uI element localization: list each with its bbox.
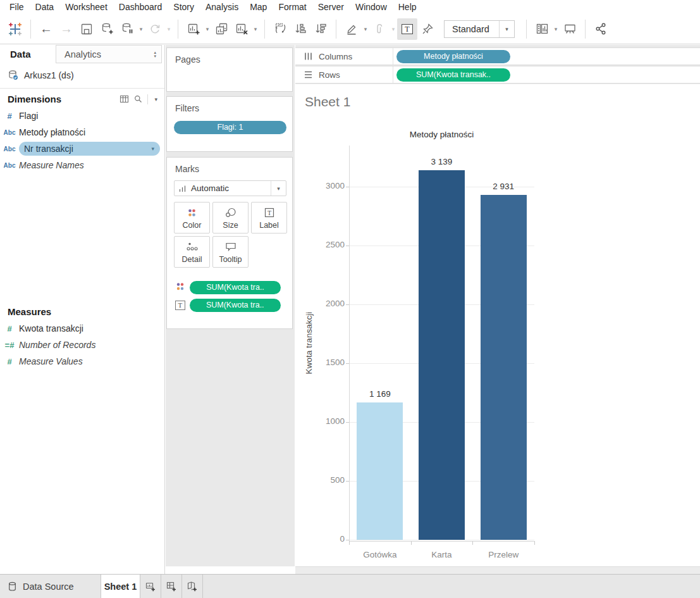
new-datasource-button[interactable] [97, 18, 117, 40]
menu-window[interactable]: Window [350, 2, 393, 12]
dimensions-menu-caret[interactable]: ▾ [152, 96, 159, 103]
new-worksheet-button[interactable] [183, 18, 204, 40]
presentation-mode-button[interactable] [560, 18, 580, 40]
clear-sheet-caret[interactable]: ▾ [252, 26, 259, 32]
marks-pill[interactable]: SUM(Kwota tra.. [190, 299, 281, 312]
refresh-icon [149, 23, 161, 35]
datasource-item[interactable]: Arkusz1 (ds) [0, 64, 164, 85]
fit-dropdown-caret[interactable]: ▾ [499, 21, 514, 37]
mark-button-label: Detail [182, 255, 202, 264]
menu-data[interactable]: Data [30, 2, 60, 12]
field-caret-icon[interactable]: ▾ [151, 146, 154, 152]
bar-przelew[interactable] [481, 195, 527, 540]
refresh-button[interactable] [145, 18, 165, 40]
field-nr-transakcji[interactable]: AbcNr transakcji▾ [0, 140, 164, 157]
show-me-button[interactable] [532, 18, 552, 40]
menu-help[interactable]: Help [393, 2, 422, 12]
menu-dashboard[interactable]: Dashboard [113, 2, 168, 12]
duplicate-sheet-button[interactable] [211, 18, 231, 40]
dimensions-header: Dimensions ▾ [0, 89, 164, 108]
menu-server[interactable]: Server [312, 2, 350, 12]
x-tick-mark [349, 541, 350, 545]
field-metody-płatności[interactable]: AbcMetody płatności [0, 124, 164, 140]
show-mark-labels-button[interactable]: T [397, 18, 417, 40]
redo-button[interactable]: → [56, 18, 77, 40]
tab-data-source[interactable]: Data Source [0, 575, 101, 598]
mark-type-dropdown[interactable]: Automatic ▾ [174, 180, 286, 196]
pause-updates-caret[interactable]: ▾ [137, 26, 145, 32]
marks-pill[interactable]: SUM(Kwota tra.. [190, 281, 281, 294]
field-label: Nr transakcji [24, 144, 73, 154]
tab-data[interactable]: Data [0, 45, 56, 64]
tableau-logo-icon[interactable] [5, 18, 25, 40]
swap-rows-columns-button[interactable] [270, 18, 290, 40]
group-paperclip-icon [373, 23, 386, 35]
field-flagi[interactable]: #Flagi [0, 108, 164, 124]
group-caret[interactable]: ▾ [390, 26, 397, 32]
tab-sheet1[interactable]: Sheet 1 [101, 575, 140, 598]
mark-type-value: Automatic [191, 184, 271, 193]
group-button[interactable] [369, 18, 390, 40]
selected-field-pill[interactable]: Nr transakcji▾ [19, 142, 160, 156]
new-worksheet-caret[interactable]: ▾ [204, 26, 211, 32]
refresh-caret[interactable]: ▾ [165, 26, 173, 32]
view-data-grid-icon[interactable] [120, 94, 129, 104]
columns-shelf[interactable]: Columns Metody płatności [295, 47, 700, 65]
marks-card[interactable]: Marks Automatic ▾ ColorSizeTLabelDetailT… [166, 157, 293, 329]
menu-analysis[interactable]: Analysis [200, 2, 244, 12]
y-tick-label: 2500 [308, 240, 345, 249]
mark-type-caret[interactable]: ▾ [271, 181, 286, 196]
new-dashboard-tab-button[interactable] [161, 575, 182, 598]
sort-descending-button[interactable] [310, 18, 331, 40]
field-measure-names[interactable]: AbcMeasure Names [0, 157, 164, 173]
highlight-button[interactable] [341, 18, 362, 40]
filters-card-title: Filters [167, 97, 292, 113]
pane-collapse-icon[interactable]: ▴▾ [154, 51, 156, 58]
size-button[interactable]: Size [212, 202, 249, 234]
fit-dropdown[interactable]: Standard ▾ [444, 20, 515, 38]
tab-analytics[interactable]: Analytics ▴▾ [56, 45, 162, 63]
tooltip-button[interactable]: Tooltip [212, 236, 249, 268]
number-field-icon: # [0, 111, 19, 121]
bar-value-label: 3 139 [411, 157, 472, 166]
menu-story[interactable]: Story [168, 2, 200, 12]
field-label: Flagi [19, 111, 38, 121]
sort-ascending-button[interactable] [290, 18, 310, 40]
share-button[interactable] [591, 18, 611, 40]
pause-updates-button[interactable] [117, 18, 137, 40]
horizontal-scrollbar[interactable] [295, 566, 700, 574]
bar-karta[interactable] [419, 170, 465, 540]
label-button[interactable]: TLabel [251, 202, 287, 234]
new-worksheet-tab-button[interactable] [140, 575, 161, 598]
tab-analytics-label: Analytics [64, 49, 101, 59]
save-button[interactable] [77, 18, 97, 40]
menu-map[interactable]: Map [244, 2, 273, 12]
columns-pill[interactable]: Metody płatności [396, 50, 510, 63]
detail-button[interactable]: Detail [174, 236, 210, 268]
filters-card[interactable]: Filters Flagi: 1 [166, 96, 293, 152]
find-field-icon[interactable] [133, 94, 143, 104]
menu-format[interactable]: Format [273, 2, 312, 12]
field-kwota-transakcji[interactable]: #Kwota transakcji [0, 320, 164, 337]
show-me-caret[interactable]: ▾ [552, 26, 560, 32]
new-story-tab-button[interactable] [182, 575, 203, 598]
bar-gotówka[interactable] [357, 402, 403, 540]
rows-pill[interactable]: SUM(Kwota transak.. [396, 68, 510, 82]
field-measure-values[interactable]: #Measure Values [0, 353, 164, 370]
undo-button[interactable]: ← [36, 18, 56, 40]
pages-card[interactable]: Pages [166, 47, 293, 92]
fix-axes-button[interactable] [417, 18, 438, 40]
toolbar-separator [585, 20, 586, 39]
color-button[interactable]: Color [174, 202, 210, 234]
rows-shelf[interactable]: Rows SUM(Kwota transak.. [295, 66, 700, 84]
tab-data-source-label: Data Source [23, 582, 74, 592]
clear-sheet-button[interactable] [231, 18, 252, 40]
filter-pill[interactable]: Flagi: 1 [174, 121, 286, 134]
field-label: Metody płatności [19, 127, 85, 137]
dimensions-title: Dimensions [8, 94, 61, 104]
menu-file[interactable]: File [4, 2, 30, 12]
highlight-caret[interactable]: ▾ [362, 26, 369, 32]
field-number-of-records[interactable]: =#Number of Records [0, 337, 164, 353]
menu-worksheet[interactable]: Worksheet [59, 2, 113, 12]
clear-sheet-icon [235, 22, 249, 35]
